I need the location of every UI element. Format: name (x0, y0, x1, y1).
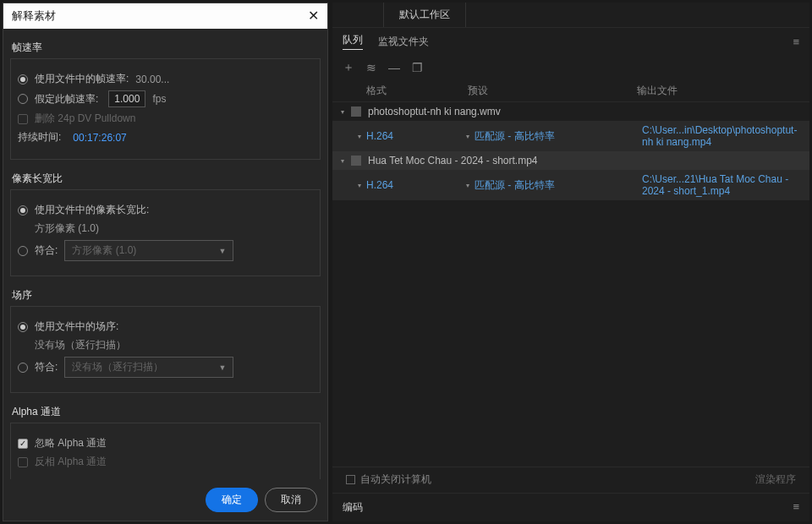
queue-source-row[interactable]: ▾ Hua Tet Moc Chau - 2024 - short.mp4 (332, 151, 809, 170)
remove-pulldown-label: 删除 24p DV Pulldown (35, 112, 135, 126)
chevron-down-icon: ▼ (218, 247, 226, 255)
source-name: photoshoptut-nh ki nang.wmv (368, 106, 501, 117)
square-pixel-value: 方形像素 (1.0) (35, 221, 99, 236)
queue-source-row[interactable]: ▾ photoshoptut-nh ki nang.wmv (332, 102, 809, 121)
encode-panel-header: 编码 ≡ (332, 493, 809, 521)
assume-frame-rate-label: 假定此帧速率: (35, 92, 98, 106)
use-file-frame-rate-radio[interactable] (18, 74, 28, 85)
duplicate-icon[interactable]: ❐ (412, 61, 423, 74)
auto-shutdown-checkbox[interactable] (346, 475, 355, 484)
file-icon (351, 156, 361, 166)
source-name: Hua Tet Moc Chau - 2024 - short.mp4 (368, 155, 538, 166)
file-frame-rate-value: 30.00... (135, 74, 169, 85)
output-format[interactable]: H.264 (366, 130, 393, 142)
add-source-icon[interactable]: ＋ (343, 60, 354, 75)
dialog-body: 帧速率 使用文件中的帧速率: 30.00... 假定此帧速率: 1.000 fp… (3, 29, 327, 479)
section-title: 像素长宽比 (10, 168, 321, 189)
panel-menu-icon[interactable]: ≡ (793, 35, 799, 48)
remove-pulldown-checkbox[interactable] (18, 114, 28, 124)
tab-queue[interactable]: 队列 (343, 33, 363, 50)
duration-label: 持续时间: (18, 130, 61, 145)
chevron-down-icon: ▼ (218, 363, 226, 372)
right-pane: 默认工作区 队列 监视文件夹 ≡ ＋ ≋ — ❐ 格式 预设 输出文件 ▾ ph… (332, 3, 809, 521)
header-format: 格式 (366, 84, 468, 98)
header-output: 输出文件 (637, 84, 776, 98)
section-title: 场序 (10, 285, 321, 306)
chevron-down-icon[interactable]: ▾ (341, 157, 344, 165)
use-file-pixel-aspect-label: 使用文件中的像素长宽比: (35, 203, 149, 217)
fps-unit: fps (152, 93, 166, 105)
ignore-alpha-checkbox[interactable] (18, 439, 28, 449)
queue-item: ▾ Hua Tet Moc Chau - 2024 - short.mp4 ▾ … (332, 151, 809, 200)
conform-field-order-radio[interactable] (18, 363, 28, 373)
ignore-alpha-label: 忽略 Alpha 通道 (35, 436, 107, 450)
dialog-footer: 确定 取消 (3, 479, 327, 521)
conform-pixel-aspect-radio[interactable] (18, 246, 28, 256)
output-preset[interactable]: 匹配源 - 高比特率 (475, 129, 555, 144)
chevron-down-icon[interactable]: ▾ (358, 182, 361, 189)
conform-label: 符合: (35, 243, 58, 258)
add-output-icon[interactable]: ≋ (366, 61, 376, 74)
queue-toolbar: ＋ ≋ — ❐ (332, 55, 809, 80)
invert-alpha-label: 反相 Alpha 通道 (35, 455, 107, 469)
chevron-down-icon[interactable]: ▾ (341, 108, 344, 116)
output-format[interactable]: H.264 (366, 179, 393, 191)
chevron-down-icon[interactable]: ▾ (466, 133, 469, 140)
use-file-field-order-label: 使用文件中的场序: (35, 319, 118, 334)
field-order-dropdown[interactable]: 没有场（逐行扫描） ▼ (64, 357, 233, 378)
chevron-down-icon[interactable]: ▾ (466, 182, 469, 189)
assume-frame-rate-input[interactable]: 1.000 (108, 90, 145, 107)
section-title: Alpha 通道 (10, 401, 321, 423)
dialog-header: 解释素材 ✕ (3, 3, 327, 29)
dialog-title: 解释素材 (12, 8, 56, 24)
pixel-aspect-section: 像素长宽比 使用文件中的像素长宽比: 方形像素 (1.0) 符合: 方形像素 (… (10, 168, 321, 276)
header-preset: 预设 (468, 84, 637, 98)
queue-output-row[interactable]: ▾ H.264 ▾ 匹配源 - 高比特率 C:\User...in\Deskto… (332, 121, 809, 151)
render-progress-label: 渲染程序 (755, 472, 796, 487)
output-path[interactable]: C:\User...in\Desktop\photoshoptut-nh ki … (642, 124, 801, 148)
remove-icon[interactable]: — (388, 61, 400, 74)
queue-footer: 自动关闭计算机 渲染程序 (332, 467, 809, 492)
alpha-section: Alpha 通道 忽略 Alpha 通道 反相 Alpha 通道 (10, 401, 321, 479)
section-title: 帧速率 (10, 37, 321, 58)
close-icon[interactable]: ✕ (308, 9, 319, 23)
no-fields-value: 没有场（逐行扫描） (35, 338, 126, 352)
queue-output-row[interactable]: ▾ H.264 ▾ 匹配源 - 高比特率 C:\User...21\Hua Ta… (332, 170, 809, 200)
cancel-button[interactable]: 取消 (265, 488, 317, 512)
assume-frame-rate-radio[interactable] (18, 94, 28, 104)
interpret-footage-dialog: 解释素材 ✕ 帧速率 使用文件中的帧速率: 30.00... 假定此帧速率: 1… (3, 3, 328, 521)
output-preset[interactable]: 匹配源 - 高比特率 (475, 178, 555, 193)
panel-tabs: 队列 监视文件夹 ≡ (332, 28, 809, 55)
frame-rate-section: 帧速率 使用文件中的帧速率: 30.00... 假定此帧速率: 1.000 fp… (10, 37, 321, 160)
file-icon (351, 106, 361, 117)
workspace-bar: 默认工作区 (332, 3, 809, 28)
chevron-down-icon[interactable]: ▾ (358, 133, 361, 140)
field-order-section: 场序 使用文件中的场序: 没有场（逐行扫描） 符合: 没有场（逐行扫描） ▼ (10, 285, 321, 393)
queue-headers: 格式 预设 输出文件 (332, 80, 809, 102)
panel-menu-icon[interactable]: ≡ (793, 500, 799, 513)
duration-value: 00:17:26:07 (73, 132, 126, 144)
use-file-field-order-radio[interactable] (18, 322, 28, 332)
encode-label[interactable]: 编码 (343, 501, 363, 513)
tab-watch-folders[interactable]: 监视文件夹 (378, 35, 429, 49)
queue-item: ▾ photoshoptut-nh ki nang.wmv ▾ H.264 ▾ … (332, 102, 809, 151)
ok-button[interactable]: 确定 (206, 488, 258, 512)
conform-label: 符合: (35, 360, 58, 374)
use-file-frame-rate-label: 使用文件中的帧速率: (35, 72, 129, 86)
use-file-pixel-aspect-radio[interactable] (18, 205, 28, 216)
workspace-tab-default[interactable]: 默认工作区 (383, 3, 466, 27)
invert-alpha-checkbox[interactable] (18, 457, 28, 467)
output-path[interactable]: C:\User...21\Hua Tat Moc Chau - 2024 - s… (642, 173, 801, 197)
auto-shutdown-label: 自动关闭计算机 (360, 472, 431, 487)
pixel-aspect-dropdown[interactable]: 方形像素 (1.0) ▼ (64, 240, 233, 261)
